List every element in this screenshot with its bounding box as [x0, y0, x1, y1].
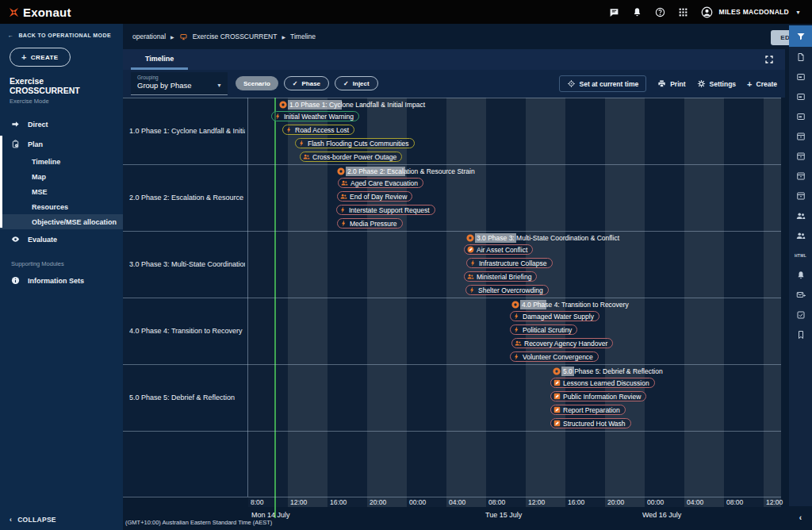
- tab-timeline[interactable]: Timeline: [131, 49, 188, 70]
- apps-grid-icon[interactable]: [678, 7, 688, 17]
- bolt-icon: [469, 286, 476, 294]
- breadcrumb-separator-icon: ▶: [170, 34, 174, 40]
- eye-icon: [11, 235, 20, 244]
- rail-book-icon[interactable]: [789, 325, 812, 344]
- axis-date-label: Mon 14 July: [251, 511, 290, 519]
- inject-item[interactable]: Infrastructure Collapse: [466, 258, 553, 268]
- rail-filter-icon[interactable]: [789, 25, 812, 47]
- user-menu[interactable]: MILES MACDONALD ▼: [701, 6, 802, 18]
- grouping-value: Group by Phase: [137, 81, 223, 90]
- sidebar-create-button[interactable]: + CREATE: [10, 48, 71, 67]
- rail-archive-icon[interactable]: [789, 166, 812, 186]
- chip-scenario[interactable]: Scenario: [236, 76, 278, 90]
- inject-item[interactable]: Media Pressure: [337, 218, 403, 229]
- inject-item[interactable]: Air Asset Conflict: [464, 244, 533, 255]
- archive-icon: [796, 171, 806, 181]
- breadcrumb-item[interactable]: operational: [132, 33, 166, 40]
- current-time-marker[interactable]: [274, 98, 276, 518]
- rail-mail-send-icon[interactable]: [789, 285, 812, 305]
- inject-item[interactable]: Political Scrutiny: [510, 325, 577, 335]
- row-separator: [123, 431, 781, 432]
- inject-item[interactable]: Recovery Agency Handover: [511, 338, 613, 348]
- help-icon[interactable]: [655, 7, 665, 17]
- row-separator: [123, 298, 781, 298]
- settings-button[interactable]: Settings: [697, 79, 737, 88]
- rail-file-icon[interactable]: [789, 47, 812, 67]
- chip-phase[interactable]: ✓Phase: [284, 76, 329, 90]
- rail-people-icon[interactable]: [789, 205, 812, 225]
- phase-item[interactable]: 3.0 Phase 3: Multi-State Coordination & …: [466, 233, 619, 243]
- pencil-circle-icon: [467, 246, 474, 253]
- breadcrumb-item[interactable]: Exercise CROSSCURRENT: [193, 33, 278, 40]
- rail-collapse-button[interactable]: ‹: [789, 513, 812, 522]
- sidebar-item-objective-mse-allocation[interactable]: Objective/MSE allocation: [0, 214, 123, 229]
- rail-html-icon[interactable]: HTML: [789, 245, 812, 265]
- target-icon: [567, 79, 576, 88]
- inject-item[interactable]: End of Day Review: [337, 191, 412, 202]
- chat-icon[interactable]: [609, 7, 619, 17]
- phase-item[interactable]: 2.0 Phase 2: Escalation & Resource Strai…: [337, 167, 475, 176]
- rail-task-card-icon[interactable]: [789, 305, 812, 325]
- phase-label: 4.0 Phase 4: Transition to Recovery: [522, 301, 629, 309]
- axis-date-label: Wed 16 July: [642, 511, 681, 519]
- sidebar-item-resources[interactable]: Resources: [0, 199, 123, 214]
- inject-item[interactable]: Initial Weather Warning: [271, 111, 359, 121]
- breadcrumb-item[interactable]: Timeline: [290, 33, 316, 40]
- inject-item[interactable]: Flash Flooding Cuts Communities: [295, 138, 415, 148]
- sidebar-item-timeline[interactable]: Timeline: [0, 154, 123, 169]
- rail-card-icon[interactable]: [789, 106, 812, 126]
- inject-item[interactable]: Interstate Support Request: [336, 205, 435, 215]
- note-icon: [553, 406, 561, 413]
- phase-item[interactable]: 5.0 Phase 5: Debrief & Reflection: [553, 367, 663, 376]
- check-icon: ✓: [293, 80, 298, 87]
- sidebar-item-label: Direct: [28, 121, 48, 129]
- inject-item[interactable]: Damaged Water Supply: [510, 311, 599, 321]
- notifications-bell-icon[interactable]: [632, 7, 642, 17]
- chevron-left-icon: ‹: [10, 516, 12, 524]
- sidebar-item-map[interactable]: Map: [0, 169, 123, 184]
- fullscreen-icon[interactable]: [764, 55, 774, 64]
- archive-icon: [796, 152, 806, 161]
- inject-item[interactable]: Ministerial Briefing: [464, 271, 537, 282]
- rail-card-icon[interactable]: [789, 67, 812, 86]
- sidebar-item-plan[interactable]: Plan: [0, 134, 123, 154]
- create-label: Create: [756, 80, 777, 88]
- inject-item[interactable]: Structured Hot Wash: [550, 418, 631, 428]
- phase-item[interactable]: 1.0 Phase 1: Cyclone Landfall & Initial …: [279, 100, 425, 109]
- inject-item[interactable]: Volunteer Convergence: [510, 351, 599, 362]
- sidebar-item-evaluate[interactable]: Evaluate: [0, 229, 123, 249]
- phase-item[interactable]: 4.0 Phase 4: Transition to Recovery: [511, 300, 629, 309]
- sidebar-collapse-button[interactable]: ‹ COLLAPSE: [10, 516, 56, 524]
- set-at-current-time-button[interactable]: Set at current time: [559, 75, 647, 92]
- chip-inject[interactable]: ✓Inject: [335, 76, 378, 90]
- sidebar-item-information-sets[interactable]: Information Sets: [0, 271, 123, 290]
- rail-archive-icon[interactable]: [789, 146, 812, 166]
- rail-archive-icon[interactable]: [789, 186, 812, 205]
- user-name: MILES MACDONALD: [719, 8, 790, 16]
- print-button[interactable]: Print: [657, 79, 685, 88]
- inject-label: Initial Weather Warning: [284, 113, 354, 121]
- rail-people-icon[interactable]: [789, 225, 812, 245]
- inject-item[interactable]: Lessons Learned Discussion: [550, 378, 655, 388]
- inject-label: Flash Flooding Cuts Communities: [308, 140, 409, 148]
- grouping-select[interactable]: Grouping Group by Phase ▼: [131, 72, 228, 95]
- rail-bell-icon[interactable]: [789, 265, 812, 285]
- sidebar-item-mse[interactable]: MSE: [0, 184, 123, 199]
- rail-card-icon[interactable]: [789, 86, 812, 106]
- inject-item[interactable]: Public Information Review: [550, 391, 646, 401]
- back-to-operational-mode-link[interactable]: ← BACK TO OPERATIONAL MODE: [0, 24, 123, 41]
- inject-item[interactable]: Road Access Lost: [282, 125, 354, 135]
- rail-archive-icon[interactable]: [789, 126, 812, 146]
- sidebar: ← BACK TO OPERATIONAL MODE + CREATE Exer…: [0, 24, 123, 530]
- chip-label: Inject: [353, 80, 370, 87]
- filter-icon: [796, 32, 806, 41]
- sidebar-item-direct[interactable]: Direct: [0, 114, 123, 134]
- arrow-right-icon: [11, 120, 20, 129]
- inject-item[interactable]: Aged Care Evacuation: [338, 178, 423, 188]
- bolt-icon: [274, 113, 282, 120]
- inject-item[interactable]: Cross-border Power Outage: [300, 152, 402, 162]
- book-icon: [796, 330, 806, 340]
- create-inject-button[interactable]: + Create: [747, 79, 777, 89]
- inject-item[interactable]: Shelter Overcrowding: [465, 285, 549, 295]
- inject-item[interactable]: Report Preparation: [550, 405, 626, 415]
